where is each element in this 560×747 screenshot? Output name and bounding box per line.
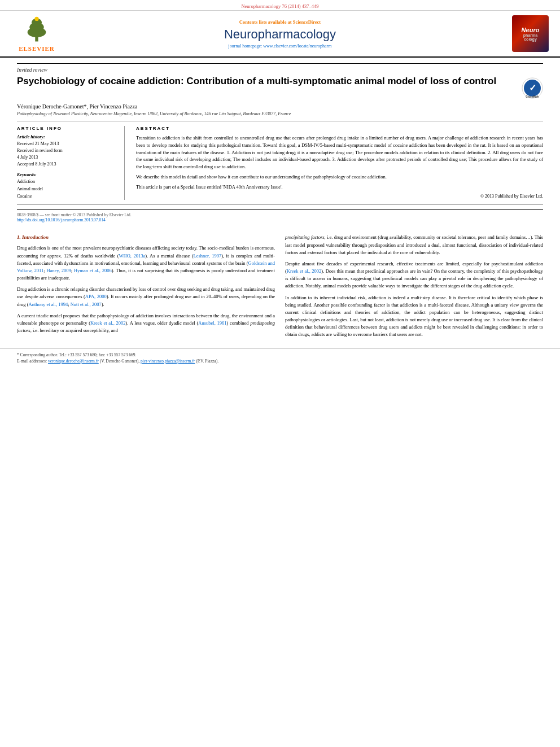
journal-homepage: journal homepage: www.elsevier.com/locat… bbox=[62, 43, 498, 49]
email-link-2[interactable]: pier-vincenzo.piazza@inserm.fr bbox=[141, 359, 195, 364]
neuro-logo-line2: pharma bbox=[523, 33, 537, 37]
footer-issn: 0028-3908/$ — see front matter © 2013 Pu… bbox=[17, 212, 132, 217]
accepted-date: Accepted 8 July 2013 bbox=[17, 161, 113, 168]
neuro-logo-line1: Neuro bbox=[522, 27, 540, 33]
elsevier-logo: ELSEVIER bbox=[11, 16, 62, 52]
neuro-logo-box: Neuro pharma cology bbox=[512, 15, 549, 52]
neuro-logo: Neuro pharma cology bbox=[498, 15, 549, 52]
invited-review-label: Invited review bbox=[17, 63, 543, 73]
elsevier-text: ELSEVIER bbox=[19, 45, 55, 52]
footnote-1: * Corresponding author. Tel.: +33 557 57… bbox=[17, 352, 543, 358]
ref-leshner-1997[interactable]: Leshner, 1997 bbox=[194, 253, 222, 259]
copyright-line: © 2013 Published by Elsevier Ltd. bbox=[136, 193, 543, 200]
sciencedirect-name: ScienceDirect bbox=[293, 19, 321, 25]
two-column-section: ARTICLE INFO Article history: Received 2… bbox=[17, 121, 543, 205]
ref-ausubel-1961[interactable]: Ausubel, 1961 bbox=[198, 320, 226, 326]
abstract-paragraph-1: Transition to addiction is the shift fro… bbox=[136, 134, 543, 171]
revised-date: 4 July 2013 bbox=[17, 154, 113, 161]
footer-info: 0028-3908/$ — see front matter © 2013 Pu… bbox=[17, 209, 543, 222]
body-right-column: precipitating factors, i.e. drug and env… bbox=[285, 234, 543, 342]
sciencedirect-line: Contents lists available at ScienceDirec… bbox=[62, 19, 498, 25]
journal-center: Contents lists available at ScienceDirec… bbox=[62, 19, 498, 49]
journal-citation: Neuropharmacology 76 (2014) 437–449 bbox=[241, 3, 318, 9]
ref-kreek-2002[interactable]: Kreek et al., 2002 bbox=[90, 320, 126, 326]
ref-haney-2009[interactable]: Haney, 2009 bbox=[46, 268, 71, 273]
svg-point-4 bbox=[34, 16, 38, 20]
body-paragraph-3: A current triadic model proposes that th… bbox=[17, 312, 275, 335]
ref-nutt-2007[interactable]: Nutt et al., 2007 bbox=[71, 302, 102, 307]
body-paragraph-1: Drug addiction is one of the most preval… bbox=[17, 244, 275, 282]
abstract-section: ABSTRACT Transition to addiction is the … bbox=[136, 126, 543, 200]
received-date: Received 21 May 2013 bbox=[17, 141, 113, 147]
sciencedirect-label: Contents lists available at bbox=[239, 19, 292, 25]
keywords-label: Keywords: bbox=[17, 172, 113, 177]
email-link-1[interactable]: veronique.deroche@inserm.fr bbox=[48, 359, 99, 364]
journal-top-bar: Neuropharmacology 76 (2014) 437–449 bbox=[0, 0, 560, 11]
keywords-list: Addiction Animal model Cocaine bbox=[17, 178, 113, 200]
footnote-2-text: E-mail addresses: bbox=[17, 359, 48, 364]
keyword-1: Addiction bbox=[17, 178, 113, 186]
keywords-section: Keywords: Addiction Animal model Cocaine bbox=[17, 172, 113, 200]
article-history-label: Article history: bbox=[17, 134, 113, 139]
abstract-heading: ABSTRACT bbox=[136, 126, 543, 131]
footnotes: * Corresponding author. Tel.: +33 557 57… bbox=[0, 348, 560, 368]
abstract-text: Transition to addiction is the shift fro… bbox=[136, 134, 543, 200]
ref-apa-2000[interactable]: APA, 2000 bbox=[85, 294, 107, 299]
footnote-2-name1: (V. Deroche-Gamonet), bbox=[100, 359, 141, 364]
svg-text:✓: ✓ bbox=[529, 83, 536, 93]
article-info-heading: ARTICLE INFO bbox=[17, 126, 113, 131]
authors: Véronique Deroche-Gamonet*, Pier Vincenz… bbox=[17, 103, 543, 110]
article-content: Invited review Psychobiology of cocaine … bbox=[0, 58, 560, 228]
crossmark-icon: ✓ CrossMark bbox=[522, 77, 543, 99]
body-paragraph-6: In addition to its inherent individual r… bbox=[285, 294, 543, 339]
section-divider bbox=[124, 126, 125, 200]
body-paragraph-4: precipitating factors, i.e. drug and env… bbox=[285, 234, 543, 256]
ref-hyman-2006[interactable]: Hyman et al., 2006 bbox=[74, 268, 112, 273]
body-left-column: 1. Introduction Drug addiction is one of… bbox=[17, 234, 275, 342]
section-1-title: 1. Introduction bbox=[17, 234, 275, 242]
body-paragraph-2: Drug addiction is a chronic relapsing di… bbox=[17, 286, 275, 308]
abstract-paragraph-3: This article is part of a Special Issue … bbox=[136, 184, 543, 191]
main-body: 1. Introduction Drug addiction is one of… bbox=[0, 228, 560, 348]
received-revised-label: Received in revised form bbox=[17, 147, 113, 154]
keyword-2: Animal model bbox=[17, 186, 113, 193]
footnote-2: E-mail addresses: veronique.deroche@inse… bbox=[17, 358, 543, 364]
article-info: ARTICLE INFO Article history: Received 2… bbox=[17, 126, 113, 200]
elsevier-tree-icon bbox=[20, 16, 54, 44]
svg-text:CrossMark: CrossMark bbox=[526, 95, 539, 98]
ref-kreek-2002-b[interactable]: Kreek et al., 2002 bbox=[287, 268, 321, 274]
article-dates: Received 21 May 2013 Received in revised… bbox=[17, 141, 113, 168]
article-title: Psychobiology of cocaine addiction: Cont… bbox=[17, 75, 543, 99]
footnote-2-name2: (P.V. Piazza). bbox=[196, 359, 218, 364]
footer-doi[interactable]: http://dx.doi.org/10.1016/j.neuropharm.2… bbox=[17, 217, 106, 222]
neuro-logo-line3: cology bbox=[524, 37, 537, 41]
journal-name: Neuropharmacology bbox=[62, 27, 498, 42]
ref-anthony-1994[interactable]: Anthony et al., 1994 bbox=[29, 302, 68, 307]
ref-who-2013a[interactable]: WHO, 2013a bbox=[119, 253, 146, 259]
abstract-paragraph-2: We describe this model in detail and sho… bbox=[136, 173, 543, 181]
affiliation: Pathophysiology of Neuronal Plasticity, … bbox=[17, 111, 543, 116]
article-title-text: Psychobiology of cocaine addiction: Cont… bbox=[17, 75, 516, 88]
body-paragraph-5: Despite almost five decades of experimen… bbox=[285, 260, 543, 290]
journal-header: ELSEVIER Contents lists available at Sci… bbox=[0, 11, 560, 58]
keyword-3: Cocaine bbox=[17, 193, 113, 200]
